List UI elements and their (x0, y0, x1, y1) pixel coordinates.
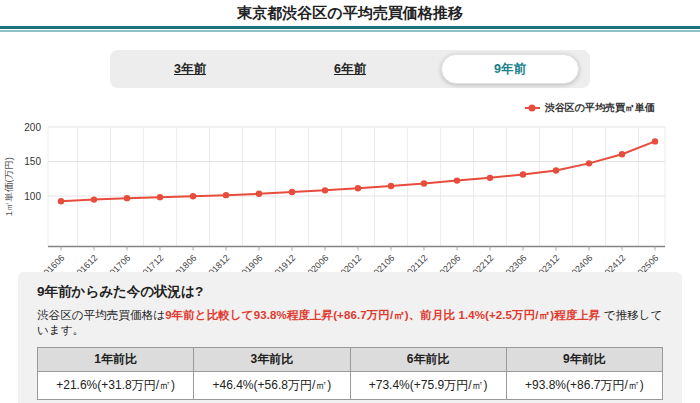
svg-text:201906: 201906 (236, 253, 264, 272)
svg-text:202306: 202306 (500, 253, 528, 272)
summary-text: 渋谷区の平均売買価格は9年前と比較して93.8%程度上昇(+86.7万円/㎡)、… (37, 308, 663, 338)
svg-text:201706: 201706 (104, 253, 132, 272)
svg-text:202006: 202006 (302, 253, 330, 272)
svg-text:202506: 202506 (632, 253, 660, 272)
comparison-table-header-row: 1年前比3年前比6年前比9年前比 (38, 348, 663, 372)
tab-3-years-ago[interactable]: 3年前 (110, 50, 270, 88)
tab-9-years-ago[interactable]: 9年前 (430, 50, 590, 88)
comparison-table: 1年前比3年前比6年前比9年前比 +21.6%(+31.8万円/㎡)+46.4%… (37, 347, 663, 400)
comparison-header-cell: 1年前比 (38, 348, 194, 372)
svg-text:202406: 202406 (566, 253, 594, 272)
svg-text:150: 150 (24, 156, 41, 167)
tab-6-years-ago[interactable]: 6年前 (270, 50, 430, 88)
svg-text:201712: 201712 (137, 253, 165, 272)
svg-text:201812: 201812 (203, 253, 231, 272)
tab-3-years-ago-label: 3年前 (174, 61, 206, 78)
svg-text:202112: 202112 (402, 253, 430, 272)
svg-text:202312: 202312 (533, 253, 561, 272)
comparison-value-cell: +46.4%(+56.8万円/㎡) (194, 372, 350, 400)
legend-line-dot-icon (525, 107, 540, 109)
page: 東京都渋谷区の平均売買価格推移 3年前 6年前 9年前 渋谷区の平均売買㎡単価 … (0, 0, 700, 403)
tab-9-years-ago-active-pill: 9年前 (441, 54, 579, 84)
page-title: 東京都渋谷区の平均売買価格推移 (0, 0, 700, 26)
svg-text:202206: 202206 (434, 253, 462, 272)
comparison-header-cell: 9年前比 (506, 348, 662, 372)
legend-label: 渋谷区の平均売買㎡単価 (545, 101, 655, 115)
svg-text:201806: 201806 (170, 253, 198, 272)
svg-text:202012: 202012 (335, 253, 363, 272)
svg-text:201606: 201606 (38, 253, 66, 272)
svg-text:202412: 202412 (599, 253, 627, 272)
svg-text:201612: 201612 (71, 253, 99, 272)
comparison-header-cell: 3年前比 (194, 348, 350, 372)
header-divider (0, 26, 700, 32)
svg-text:202212: 202212 (467, 253, 495, 272)
period-tabbar: 3年前 6年前 9年前 (110, 50, 590, 88)
header-divider-light-line (0, 30, 700, 32)
comparison-value-cell: +93.8%(+86.7万円/㎡) (506, 372, 662, 400)
comparison-value-cell: +73.4%(+75.9万円/㎡) (350, 372, 506, 400)
chart-legend: 渋谷区の平均売買㎡単価 (525, 101, 655, 115)
summary-text-before: 渋谷区の平均売買価格は (37, 309, 165, 321)
svg-text:201912: 201912 (269, 253, 297, 272)
comparison-header-cell: 6年前比 (350, 348, 506, 372)
summary-panel: 9年前からみた今の状況は? 渋谷区の平均売買価格は9年前と比較して93.8%程度… (18, 272, 682, 403)
svg-text:100: 100 (24, 191, 41, 202)
svg-text:200: 200 (24, 122, 41, 133)
summary-heading: 9年前からみた今の状況は? (37, 283, 663, 301)
svg-text:202106: 202106 (368, 253, 396, 272)
tab-6-years-ago-label: 6年前 (334, 61, 366, 78)
price-trend-line-chart: 1001502002016062016122017062017122018062… (0, 116, 700, 272)
comparison-table-value-row: +21.6%(+31.8万円/㎡)+46.4%(+56.8万円/㎡)+73.4%… (38, 372, 663, 400)
summary-text-highlight: 9年前と比較して93.8%程度上昇(+86.7万円/㎡)、前月比 1.4%(+2… (165, 309, 600, 321)
header-divider-dark-line (0, 26, 700, 29)
svg-text:1㎡単価(万円): 1㎡単価(万円) (3, 157, 14, 216)
comparison-value-cell: +21.6%(+31.8万円/㎡) (38, 372, 194, 400)
